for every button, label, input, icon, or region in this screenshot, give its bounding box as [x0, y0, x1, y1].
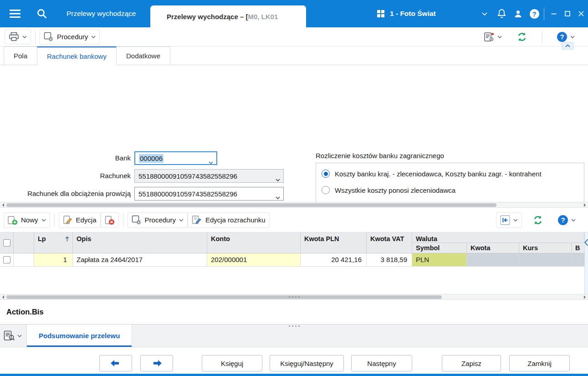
procedury-grid-button[interactable]: Procedury	[128, 212, 188, 228]
edit-settlement-icon	[192, 215, 202, 225]
scroll-right-button[interactable]	[582, 294, 588, 299]
column-header-kurs[interactable]: Kurs	[519, 243, 572, 253]
procedures-gear-icon	[132, 215, 142, 225]
column-header-waluta[interactable]: Waluta	[412, 232, 584, 243]
next-record-button[interactable]	[140, 355, 173, 371]
column-header-kwota[interactable]: Kwota	[467, 243, 519, 253]
column-header-kwota-pln[interactable]: Kwota PLN	[301, 232, 367, 253]
button-label: Zapisz	[461, 360, 481, 367]
goto-first-button[interactable]	[496, 212, 522, 228]
window-maximize-button[interactable]	[561, 0, 574, 27]
column-header-kwota-vat[interactable]: Kwota VAT	[367, 232, 412, 253]
company-dropdown[interactable]	[480, 0, 489, 27]
table-row[interactable]: 1 Zapłata za 2464/2017 202/000001 20 421…	[0, 253, 584, 267]
radio-option-1[interactable]: Koszty banku kraj. - zleceniodawca, Kosz…	[322, 169, 542, 178]
cell-kurs[interactable]	[519, 253, 572, 267]
splitter-grip[interactable]	[289, 296, 300, 298]
window-close-button[interactable]	[575, 0, 587, 27]
window-minimize-button[interactable]	[547, 0, 560, 27]
column-header-konto[interactable]: Konto	[207, 232, 301, 253]
help-grid-button[interactable]: ?	[554, 212, 580, 228]
scroll-left-button[interactable]	[0, 202, 6, 207]
refresh-button[interactable]	[512, 29, 532, 45]
row-checkbox-cell	[0, 253, 14, 267]
splitter-grip[interactable]	[289, 325, 300, 327]
arrow-right-icon	[151, 360, 163, 367]
edit-pencil-icon	[63, 215, 73, 225]
bank-value: 000006	[139, 154, 164, 163]
nowy-button[interactable]: Nowy	[4, 212, 50, 228]
collapse-panel-button[interactable]	[562, 42, 574, 50]
form-area: Bank 000006 Rachunek 5518800009105974358…	[0, 65, 588, 202]
previous-record-button[interactable]	[99, 355, 132, 371]
toolbar-separator	[54, 214, 55, 227]
column-header-b[interactable]: B	[572, 243, 584, 253]
doc-tab-fade	[280, 5, 306, 27]
refresh-grid-button[interactable]	[528, 212, 547, 228]
active-document-tab[interactable]: Przelewy wychodzące – [ M0, LK01	[150, 5, 306, 27]
radio-option-2[interactable]: Wszystkie koszty ponosi zleceniodawca	[322, 185, 455, 195]
select-all-checkbox[interactable]	[3, 239, 10, 247]
triangle-right-icon	[584, 295, 588, 299]
help-button-titlebar[interactable]: ?	[527, 0, 541, 27]
ksieguj-nastepny-button[interactable]: Księguj/Następny	[270, 355, 344, 371]
scrollbar-thumb[interactable]	[6, 203, 496, 207]
cell-kwota-pln[interactable]: 20 421,16	[301, 253, 367, 267]
view-settings-button[interactable]	[480, 29, 506, 45]
row-checkbox[interactable]	[3, 256, 10, 263]
procedury-button[interactable]: Procedury	[40, 29, 100, 45]
zapisz-button[interactable]: Zapisz	[442, 355, 501, 371]
cell-kwota[interactable]	[467, 253, 519, 267]
column-label: Kwota VAT	[370, 235, 404, 242]
column-header-lp[interactable]: Lp	[34, 232, 73, 253]
rachunek-value: 55188000091059743582558296	[138, 172, 237, 180]
triangle-left-icon	[0, 203, 4, 207]
delete-button[interactable]	[101, 212, 119, 228]
ksieguj-button[interactable]: Księguj	[202, 355, 262, 371]
column-header-opis[interactable]: Opis	[73, 232, 207, 253]
summary-preview-button[interactable]	[0, 324, 27, 347]
zamknij-button[interactable]: Zamknij	[509, 355, 570, 371]
cell-symbol[interactable]: PLN	[412, 253, 467, 267]
column-label: Kwota PLN	[304, 235, 339, 242]
tab-rachunek-bankowy[interactable]: Rachunek bankowy	[37, 46, 117, 65]
column-header-symbol[interactable]: Symbol	[412, 243, 467, 253]
radio-selected-icon	[322, 170, 330, 178]
cell-opis[interactable]: Zapłata za 2464/2017	[73, 253, 207, 267]
cell-kwota-vat[interactable]: 3 818,59	[367, 253, 412, 267]
company-selector[interactable]: 1 - Foto Świat	[377, 0, 436, 27]
button-label: Księguj	[221, 360, 243, 367]
edycja-button[interactable]: Edycja	[59, 212, 101, 228]
user-button[interactable]	[511, 0, 525, 27]
printer-icon	[9, 32, 19, 41]
edycja-rozrachunku-button[interactable]: Edycja rozrachunku	[188, 212, 270, 228]
prowizja-select[interactable]: 55188000091059743582558296	[134, 187, 284, 201]
sort-ascending-icon	[65, 235, 70, 244]
scroll-right-button[interactable]	[582, 202, 588, 207]
cell-konto[interactable]: 202/000001	[207, 253, 301, 267]
close-icon	[578, 10, 584, 17]
tab-dodatkowe[interactable]: Dodatkowe	[116, 46, 170, 65]
nastepny-button[interactable]: Następny	[351, 355, 412, 371]
titlebar-tab-przelewy[interactable]: Przelewy wychodzące	[66, 0, 136, 27]
app-window: Przelewy wychodzące Przelewy wychodzące …	[0, 0, 588, 376]
collapse-columns-button[interactable]	[584, 239, 588, 247]
cell-lp[interactable]: 1	[34, 253, 73, 267]
chevron-down-icon	[570, 36, 575, 38]
scroll-left-button[interactable]	[0, 294, 6, 299]
search-button[interactable]	[34, 0, 50, 27]
menu-button[interactable]	[7, 0, 23, 27]
hamburger-icon	[9, 9, 21, 18]
notifications-button[interactable]	[495, 0, 508, 27]
rachunek-select[interactable]: 55188000091059743582558296	[134, 169, 284, 183]
select-all-checkbox-cell	[0, 232, 14, 253]
print-button[interactable]	[5, 29, 31, 44]
bank-select[interactable]: 000006	[134, 151, 217, 165]
tab-podsumowanie-przelewu[interactable]: Podsumowanie przelewu	[27, 324, 132, 347]
scrollbar-thumb[interactable]	[6, 295, 442, 299]
triangle-left-icon	[0, 295, 4, 299]
cell-b[interactable]	[572, 253, 584, 267]
tab-pola[interactable]: Pola	[4, 46, 37, 65]
preview-list-icon	[4, 330, 15, 341]
maximize-icon	[564, 10, 571, 17]
